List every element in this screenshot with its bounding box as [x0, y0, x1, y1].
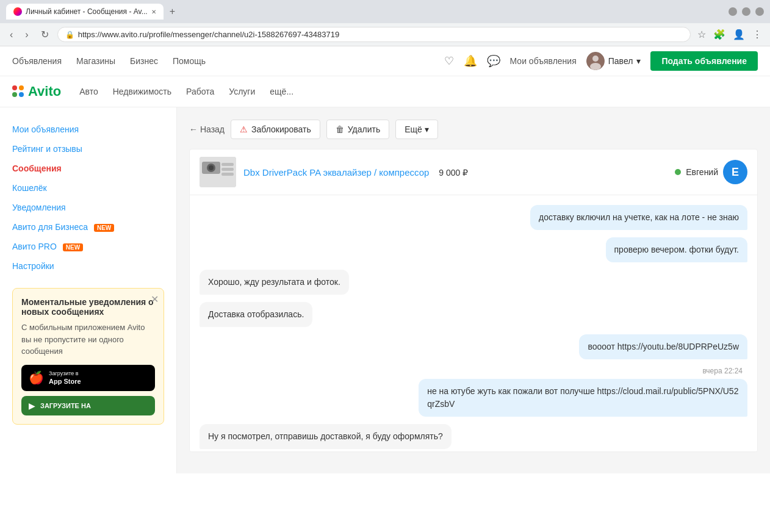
logo-dot-green	[12, 92, 17, 97]
nav-item-shops[interactable]: Магазины	[76, 56, 115, 66]
delete-button[interactable]: 🗑 Удалить	[326, 120, 389, 139]
ssl-lock-icon: 🔒	[65, 31, 74, 39]
app-store-button[interactable]: 🍎 Загрузите в App Store	[21, 365, 155, 392]
brand-nav-realty[interactable]: Недвижимость	[113, 87, 171, 96]
address-bar[interactable]: 🔒 https://www.avito.ru/profile/messenger…	[57, 27, 691, 42]
back-button[interactable]: ← Назад	[189, 124, 225, 134]
apple-icon: 🍎	[29, 370, 44, 385]
sidebar-item-my-ads[interactable]: Мои объявления	[12, 120, 164, 139]
nav-item-help[interactable]: Помощь	[173, 56, 206, 66]
extensions-button[interactable]: 🧩	[711, 27, 727, 42]
message-bubble: воооот https://youtu.be/8UDPRPeUz5w	[579, 334, 747, 359]
svg-point-2	[590, 63, 601, 70]
brand-nav-auto[interactable]: Авто	[79, 87, 98, 96]
nav-item-business[interactable]: Бизнес	[130, 56, 158, 66]
favorites-icon[interactable]: ♡	[444, 54, 454, 68]
more-button[interactable]: Ещё ▾	[395, 120, 438, 139]
logo-dot-red	[12, 85, 17, 90]
sidebar: Мои объявления Рейтинг и отзывы Сообщени…	[0, 107, 177, 473]
browser-tab[interactable]: Личный кабинет - Сообщения - Av... ✕	[6, 4, 164, 20]
maximize-button[interactable]	[742, 7, 750, 16]
tab-title: Личный кабинет - Сообщения - Av...	[26, 7, 148, 16]
promo-close-button[interactable]: ✕	[151, 293, 159, 305]
brand-navigation: Авто Недвижимость Работа Услуги ещё...	[79, 87, 293, 96]
online-indicator	[675, 169, 681, 175]
logo-dot-blue	[19, 92, 24, 97]
menu-button[interactable]: ⋮	[750, 27, 764, 42]
url-text: https://www.avito.ru/profile/messenger/c…	[78, 30, 683, 39]
brand-bar: Avito Авто Недвижимость Работа Услуги ещ…	[0, 76, 770, 107]
bookmark-button[interactable]: ☆	[696, 27, 708, 42]
back-nav-button[interactable]: ‹	[6, 28, 16, 41]
site-nav-left: Объявления Магазины Бизнес Помощь	[12, 56, 206, 66]
minimize-button[interactable]	[729, 7, 737, 16]
messages-icon[interactable]: 💬	[487, 54, 500, 68]
page-layout: Мои объявления Рейтинг и отзывы Сообщени…	[0, 107, 770, 473]
promo-box: ✕ Моментальные уведомления о новых сообщ…	[12, 288, 164, 425]
close-button[interactable]	[755, 7, 764, 16]
svg-point-1	[592, 56, 599, 62]
my-ads-link[interactable]: Мои объявления	[510, 56, 577, 66]
notifications-icon[interactable]: 🔔	[464, 54, 477, 68]
product-image	[200, 157, 236, 187]
message-row: проверю вечером. фотки будут.	[200, 237, 747, 262]
message-row: Хорошо, жду результата и фоток.	[200, 270, 747, 295]
product-title[interactable]: Dbx DriverPack PA эквалайзер / компрессо…	[243, 167, 429, 178]
tab-favicon	[13, 7, 22, 16]
user-avatar	[586, 52, 605, 70]
svg-rect-9	[221, 173, 234, 176]
message-bubble: Хорошо, жду результата и фоток.	[200, 270, 349, 295]
sidebar-item-avito-business[interactable]: Авито для Бизнеса NEW	[12, 217, 164, 237]
site-navigation: Объявления Магазины Бизнес Помощь ♡ 🔔 💬 …	[0, 46, 770, 76]
window-controls	[729, 7, 764, 16]
new-tab-button[interactable]: +	[166, 6, 179, 17]
time-separator: вчера 22:24	[200, 367, 747, 375]
post-ad-button[interactable]: Подать объявление	[650, 51, 758, 71]
google-play-icon: ▶	[29, 401, 35, 411]
message-bubble: проверю вечером. фотки будут.	[606, 237, 747, 262]
sidebar-item-messages[interactable]: Сообщения	[12, 159, 164, 178]
message-bubble: Доставка отобразилась.	[200, 302, 312, 327]
avito-logo[interactable]: Avito	[12, 84, 61, 99]
sidebar-item-settings[interactable]: Настройки	[12, 256, 164, 276]
forward-nav-button[interactable]: ›	[21, 28, 32, 41]
site-nav-right: ♡ 🔔 💬 Мои объявления Павел▾ Подать объяв…	[444, 51, 758, 71]
partner-name: Евгений	[686, 167, 718, 177]
google-play-text: ЗАГРУЗИТЕ НА	[40, 402, 91, 409]
block-button[interactable]: ⚠ Заблокировать	[231, 120, 320, 139]
chat-container: Dbx DriverPack PA эквалайзер / компрессо…	[189, 149, 758, 452]
brand-nav-services[interactable]: Услуги	[229, 87, 255, 96]
browser-titlebar: Личный кабинет - Сообщения - Av... ✕ +	[0, 0, 770, 23]
main-content: ← Назад ⚠ Заблокировать 🗑 Удалить Ещё ▾	[177, 107, 770, 473]
logo-text: Avito	[28, 84, 61, 99]
app-store-text: Загрузите в App Store	[49, 370, 81, 387]
promo-title: Моментальные уведомления о новых сообщен…	[21, 297, 155, 317]
brand-nav-jobs[interactable]: Работа	[186, 87, 214, 96]
message-bubble: Ну я посмотрел, отправишь доставкой, я б…	[200, 424, 452, 449]
sidebar-item-notifications[interactable]: Уведомления	[12, 198, 164, 217]
sidebar-item-ratings[interactable]: Рейтинг и отзывы	[12, 139, 164, 159]
sidebar-item-wallet[interactable]: Кошелёк	[12, 178, 164, 198]
chat-partner: Евгений Е	[675, 160, 747, 184]
badge-new-business: NEW	[94, 224, 114, 232]
message-row: не на ютубе жуть как пожали вот получше …	[200, 379, 747, 417]
messages-area[interactable]: доставку включил на учетке, как на лоте …	[190, 195, 757, 451]
product-info: Dbx DriverPack PA эквалайзер / компрессо…	[243, 167, 675, 178]
message-bubble: доставку включил на учетке, как на лоте …	[530, 205, 747, 230]
browser-addressbar: ‹ › ↻ 🔒 https://www.avito.ru/profile/mes…	[0, 23, 770, 46]
message-row: доставку включил на учетке, как на лоте …	[200, 205, 747, 230]
browser-tabs: Личный кабинет - Сообщения - Av... ✕ +	[6, 4, 179, 20]
close-tab-button[interactable]: ✕	[151, 9, 156, 15]
browser-chrome: Личный кабинет - Сообщения - Av... ✕ + ‹…	[0, 0, 770, 46]
reload-button[interactable]: ↻	[37, 27, 52, 41]
google-play-button[interactable]: ▶ ЗАГРУЗИТЕ НА	[21, 396, 155, 415]
nav-item-ads[interactable]: Объявления	[12, 56, 62, 66]
brand-nav-more[interactable]: ещё...	[270, 87, 293, 96]
sidebar-item-avito-pro[interactable]: Авито PRO NEW	[12, 237, 164, 256]
user-menu[interactable]: Павел▾	[586, 52, 641, 70]
message-row: Доставка отобразилась.	[200, 302, 747, 327]
svg-rect-8	[221, 168, 234, 171]
svg-rect-7	[221, 163, 234, 166]
product-price: 9 000 ₽	[439, 168, 468, 178]
profile-button[interactable]: 👤	[731, 27, 747, 42]
